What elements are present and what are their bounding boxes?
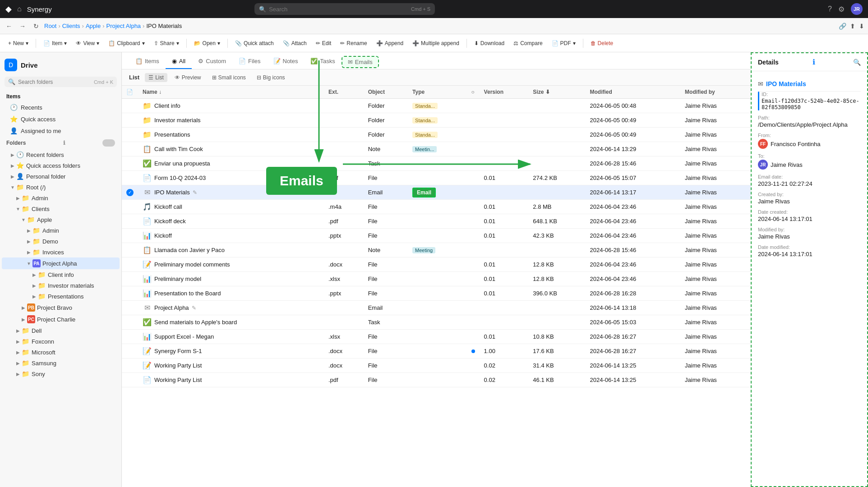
row-select[interactable] — [122, 171, 138, 185]
admin-toggle[interactable]: ▶ — [14, 196, 22, 201]
table-row[interactable]: 📁Presentations Folder Standa... 2024-06-… — [122, 128, 751, 142]
tree-admin[interactable]: ▶ 📁 Admin — [2, 193, 120, 203]
project-bravo-toggle[interactable]: ▶ — [20, 305, 27, 310]
row-select[interactable] — [122, 99, 138, 113]
view-list-button[interactable]: ☰ List — [145, 73, 167, 82]
help-icon[interactable]: ? — [828, 5, 832, 13]
demo-toggle[interactable]: ▶ — [25, 239, 32, 244]
col-version[interactable]: Version — [480, 86, 529, 99]
tree-clients[interactable]: ▼ 📁 Clients — [2, 203, 120, 214]
col-type[interactable]: Type — [408, 86, 467, 99]
table-row[interactable]: ✅Send materials to Apple's board Task 20… — [122, 315, 751, 330]
row-select[interactable] — [122, 272, 138, 286]
tab-custom[interactable]: ⚙ Custom — [192, 54, 232, 69]
clipboard-button[interactable]: 📋 Clipboard ▾ — [105, 38, 148, 48]
tree-recent-folders[interactable]: ▶ 🕐 Recent folders — [2, 149, 120, 160]
tab-items[interactable]: 📋 Items — [129, 54, 166, 69]
row-select[interactable] — [122, 315, 138, 330]
row-select[interactable] — [122, 358, 138, 373]
tree-foxconn[interactable]: ▶ 📁 Foxconn — [2, 336, 120, 347]
col-object[interactable]: Object — [364, 86, 408, 99]
table-row[interactable]: ✅Enviar una propuesta Task 2024-06-28 15… — [122, 156, 751, 171]
table-row[interactable]: 📊Preliminary model .xlsx File 0.01 12.8 … — [122, 272, 751, 286]
tree-apple[interactable]: ▼ 📁 Apple — [2, 214, 120, 225]
project-charlie-toggle[interactable]: ▶ — [20, 317, 27, 322]
tab-tasks[interactable]: ✅ Tasks — [304, 54, 341, 69]
clients-toggle[interactable]: ▼ — [14, 207, 22, 211]
invoices-toggle[interactable]: ▶ — [25, 250, 32, 255]
table-row[interactable]: 📝Working Party List .docx File 0.02 31.4… — [122, 358, 751, 373]
tree-dell[interactable]: ▶ 📁 Dell — [2, 325, 120, 336]
item-button[interactable]: 📄 Item ▾ — [40, 38, 70, 48]
pdf-button[interactable]: 📄 PDF ▾ — [548, 38, 579, 48]
row-select[interactable] — [122, 156, 138, 171]
row-select[interactable] — [122, 229, 138, 243]
tree-invoices[interactable]: ▶ 📁 Invoices — [2, 247, 120, 257]
table-row[interactable]: 📋Llamada con Javier y Paco Note Meeting … — [122, 243, 751, 257]
table-row[interactable]: 📊Kickoff .pptx File 0.01 42.3 KB 2024-06… — [122, 229, 751, 243]
col-modified[interactable]: Modified — [586, 86, 681, 99]
edit-name-icon-2[interactable]: ✎ — [192, 305, 196, 311]
tree-investor-materials[interactable]: ▶ 📁 Investor materials — [2, 280, 120, 291]
view-big-icons-button[interactable]: ⊟ Big icons — [253, 73, 289, 82]
upload-icon[interactable]: ⬆ — [850, 23, 855, 30]
details-search-icon[interactable]: 🔍 — [853, 59, 861, 66]
view-button[interactable]: 👁 View ▾ — [72, 38, 103, 48]
investor-materials-toggle[interactable]: ▶ — [31, 283, 38, 288]
table-row[interactable]: 📊Support Excel - Megan .xlsx File 0.01 1… — [122, 330, 751, 344]
client-info-toggle[interactable]: ▶ — [31, 272, 38, 277]
append-button[interactable]: ➕ Append — [373, 38, 407, 48]
microsoft-toggle[interactable]: ▶ — [14, 350, 22, 355]
table-row[interactable]: 📁Client info Folder Standa... 2024-06-05… — [122, 99, 751, 113]
table-row[interactable]: 📋Call with Tim Cook Note Meetin... 2024-… — [122, 142, 751, 156]
multiple-append-button[interactable]: ➕ Multiple append — [409, 38, 463, 48]
quick-access-folders-toggle[interactable]: ▶ — [9, 163, 16, 168]
rename-button[interactable]: ✏ Rename — [337, 38, 370, 48]
table-row[interactable]: 📝Synergy Form S-1 .docx File 1.00 17.6 K… — [122, 344, 751, 358]
apple-admin-toggle[interactable]: ▶ — [25, 228, 32, 233]
row-select[interactable] — [122, 373, 138, 387]
sidebar-item-assigned[interactable]: 👤 Assigned to me — [2, 125, 120, 137]
forward-button[interactable]: → — [17, 21, 28, 32]
tab-emails[interactable]: ✉ Emails — [342, 56, 379, 68]
tree-quick-access-folders[interactable]: ▶ ⭐ Quick access folders — [2, 160, 120, 171]
col-size[interactable]: Size ⬇ — [528, 86, 585, 99]
tab-notes[interactable]: 📝 Notes — [267, 54, 305, 69]
sidebar-item-recents[interactable]: 🕐 Recents — [2, 101, 120, 113]
sidebar-item-quick-access[interactable]: ⭐ Quick access — [2, 113, 120, 125]
tree-samsung[interactable]: ▶ 📁 Samsung — [2, 358, 120, 368]
row-select[interactable] — [122, 214, 138, 229]
compare-button[interactable]: ⚖ Compare — [510, 38, 546, 48]
view-small-icons-button[interactable]: ⊞ Small icons — [208, 73, 249, 82]
table-row[interactable]: 📁Investor materials Folder Standa... 202… — [122, 113, 751, 128]
tree-demo[interactable]: ▶ 📁 Demo — [2, 236, 120, 247]
table-row[interactable]: 📄Form 10-Q 2024-03 .pdf File 0.01 274.2 … — [122, 171, 751, 185]
row-select[interactable] — [122, 243, 138, 257]
delete-button[interactable]: 🗑 Delete — [587, 38, 617, 48]
open-button[interactable]: 📂 Open ▾ — [190, 38, 224, 48]
table-row[interactable]: 🎵Kickoff call .m4a File 0.01 2.8 MB 2024… — [122, 200, 751, 214]
tree-personal-folder[interactable]: ▶ 👤 Personal folder — [2, 171, 120, 182]
apple-toggle[interactable]: ▼ — [20, 217, 27, 222]
row-select[interactable] — [122, 286, 138, 301]
col-modified-by[interactable]: Modified by — [680, 86, 751, 99]
share-button[interactable]: ⇧ Share ▾ — [150, 38, 183, 48]
col-ext[interactable]: Ext. — [324, 86, 364, 99]
details-info-icon[interactable]: ℹ — [813, 58, 815, 66]
search-input[interactable] — [269, 6, 408, 13]
table-row-ipo-materials[interactable]: ✓ ✉ IPO Materials ✎ Email Email — [122, 185, 751, 200]
row-select[interactable] — [122, 301, 138, 315]
download-nav-icon[interactable]: ⬇ — [859, 23, 864, 30]
breadcrumb-clients[interactable]: Clients — [62, 23, 80, 29]
sony-toggle[interactable]: ▶ — [14, 372, 22, 377]
sidebar-search-input[interactable] — [18, 79, 91, 85]
row-select[interactable]: ✓ — [122, 185, 138, 200]
folders-toggle-switch[interactable] — [102, 139, 115, 147]
tree-project-charlie[interactable]: ▶ PC Project Charlie — [2, 313, 120, 325]
back-button[interactable]: ← — [4, 21, 14, 32]
download-button[interactable]: ⬇ Download — [471, 38, 508, 48]
recent-folders-toggle[interactable]: ▶ — [9, 152, 16, 157]
table-row[interactable]: 📄Kickoff deck .pdf File 0.01 648.1 KB 20… — [122, 214, 751, 229]
folders-info-icon[interactable]: ℹ — [63, 140, 65, 146]
tree-microsoft[interactable]: ▶ 📁 Microsoft — [2, 347, 120, 358]
